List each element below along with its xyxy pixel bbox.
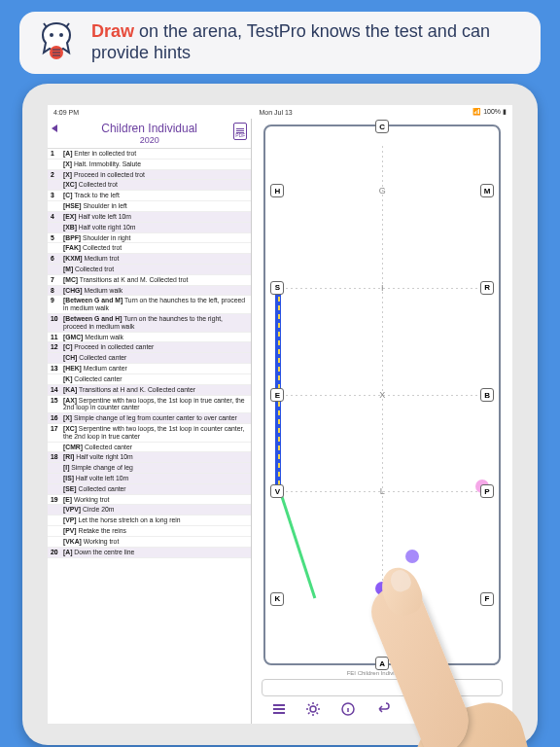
- movement-row[interactable]: [CMR] Collected canter: [48, 443, 251, 453]
- movement-row[interactable]: [VP] Let the horse stretch on a long rei…: [48, 516, 251, 526]
- arena-letter-A: A: [375, 657, 389, 670]
- arena-inner-D: D: [379, 594, 386, 604]
- arena-panel: CHMSREBVPKFAGIXLD FEI Children Individua…: [252, 119, 512, 724]
- movement-row[interactable]: 5[BPF] Shoulder in right: [48, 233, 251, 244]
- svg-point-1: [59, 33, 63, 37]
- arena-letter-C: C: [375, 120, 389, 133]
- movement-row[interactable]: 12[C] Proceed in collected canter: [48, 342, 251, 353]
- rewind-icon[interactable]: [477, 701, 493, 717]
- movement-row[interactable]: [IS] Half volte left 10m: [48, 474, 251, 484]
- pencil-icon[interactable]: [409, 701, 425, 717]
- movement-row[interactable]: 8[CHG] Medium walk: [48, 286, 251, 297]
- movement-row[interactable]: 10[Between G and H] Turn on the haunches…: [48, 314, 251, 333]
- movement-row[interactable]: 16[X] Simple change of leg from counter …: [48, 413, 251, 424]
- movement-row[interactable]: 20[A] Down the centre line: [48, 548, 251, 558]
- arena-letter-B: B: [480, 388, 494, 402]
- movement-row[interactable]: [HSE] Shoulder in left: [48, 201, 251, 212]
- movement-row[interactable]: [K] Collected canter: [48, 374, 251, 385]
- movement-row[interactable]: 15[AX] Serpentine with two loops, the 1s…: [48, 396, 251, 414]
- dot-purple: [375, 582, 389, 595]
- movement-row[interactable]: 9[Between G and M] Turn on the haunches …: [48, 296, 251, 314]
- movement-row[interactable]: 4[EX] Half volte left 10m: [48, 212, 251, 223]
- movement-row[interactable]: [PV] Retake the reins: [48, 526, 251, 537]
- arena-letter-M: M: [480, 184, 494, 197]
- promo-banner: Draw on the arena, TestPro knows the tes…: [19, 12, 541, 74]
- movement-row[interactable]: 17[XC] Serpentine with two loops, the 1s…: [48, 424, 251, 443]
- notes-input[interactable]: [262, 679, 503, 696]
- arena-inner-L: L: [380, 486, 385, 496]
- movements-list[interactable]: 1[A] Enter in collected trot[X] Halt. Im…: [48, 149, 251, 724]
- arena-inner-I: I: [381, 283, 384, 293]
- movement-row[interactable]: [I] Simple change of leg: [48, 463, 251, 474]
- movement-row[interactable]: 3[C] Track to the left: [48, 191, 251, 201]
- movement-row[interactable]: 6[KXM] Medium trot: [48, 254, 251, 265]
- movement-row[interactable]: [SE] Collected canter: [48, 484, 251, 495]
- play-icon[interactable]: [443, 701, 459, 717]
- svg-point-0: [50, 33, 53, 37]
- movement-row[interactable]: [VKA] Working trot: [48, 537, 251, 548]
- movement-row[interactable]: 19[E] Working trot: [48, 495, 251, 506]
- menu-icon[interactable]: [271, 701, 287, 717]
- movement-row[interactable]: 11[GMC] Medium walk: [48, 333, 251, 343]
- movement-row[interactable]: [XB] Half volte right 10m: [48, 223, 251, 233]
- arena-letter-H: H: [270, 184, 284, 197]
- movements-panel: Children Individual 2020 PDF 1[A] Enter …: [48, 119, 252, 724]
- ipad-frame: 4:09 PM Mon Jul 13 📶 100% ▮ Children Ind…: [22, 84, 538, 745]
- movement-row[interactable]: [M] Collected trot: [48, 265, 251, 275]
- drawn-path-green: [277, 485, 316, 598]
- movement-row[interactable]: [X] Halt. Immobility. Salute: [48, 160, 251, 170]
- status-time: 4:09 PM: [53, 109, 79, 116]
- panel-header: Children Individual 2020 PDF: [48, 119, 251, 149]
- movement-row[interactable]: [FAK] Collected trot: [48, 243, 251, 254]
- arena-inner-X: X: [379, 390, 385, 400]
- movement-row[interactable]: 1[A] Enter in collected trot: [48, 149, 251, 160]
- gear-icon[interactable]: [305, 701, 321, 717]
- dot-violet: [405, 550, 419, 563]
- movement-row[interactable]: [XC] Collected trot: [48, 180, 251, 191]
- undo-icon[interactable]: [374, 701, 390, 717]
- screen: 4:09 PM Mon Jul 13 📶 100% ▮ Children Ind…: [48, 105, 512, 724]
- status-date: Mon Jul 13: [260, 109, 293, 116]
- status-battery: 📶 100% ▮: [472, 108, 507, 116]
- movement-row[interactable]: [VPV] Circle 20m: [48, 505, 251, 516]
- arena-letter-R: R: [480, 281, 494, 295]
- svg-point-3: [310, 706, 316, 712]
- promo-text: Draw on the arena, TestPro knows the tes…: [91, 21, 527, 63]
- toolbar: [258, 698, 507, 720]
- arena-canvas[interactable]: CHMSREBVPKFAGIXLD: [263, 124, 501, 665]
- movement-row[interactable]: 13[HEK] Medium canter: [48, 364, 251, 374]
- arena-letter-S: S: [270, 281, 284, 295]
- arena-letter-K: K: [270, 592, 284, 606]
- test-year: 2020: [52, 135, 247, 145]
- arena-inner-G: G: [379, 186, 386, 196]
- movement-row[interactable]: 2[X] Proceed in collected trot: [48, 170, 251, 181]
- arena-letter-V: V: [270, 484, 284, 498]
- arena-letter-F: F: [480, 592, 494, 606]
- movement-row[interactable]: 18[RI] Half volte right 10m: [48, 452, 251, 463]
- movement-row[interactable]: 14[KA] Transitions at H and K. Collected…: [48, 385, 251, 396]
- arena-label: FEI Children Individual Test: [258, 670, 507, 676]
- test-title: Children Individual: [52, 122, 247, 135]
- info-icon[interactable]: [340, 701, 356, 717]
- arena-letter-P: P: [480, 484, 494, 498]
- movement-row[interactable]: [CH] Collected canter: [48, 353, 251, 364]
- back-icon[interactable]: [52, 124, 57, 132]
- pdf-button[interactable]: PDF: [233, 123, 247, 140]
- status-bar: 4:09 PM Mon Jul 13 📶 100% ▮: [48, 105, 512, 119]
- arena-letter-E: E: [270, 388, 284, 402]
- app-logo-icon: [33, 19, 80, 66]
- movement-row[interactable]: 7[MC] Transitions at K and M. Collected …: [48, 275, 251, 286]
